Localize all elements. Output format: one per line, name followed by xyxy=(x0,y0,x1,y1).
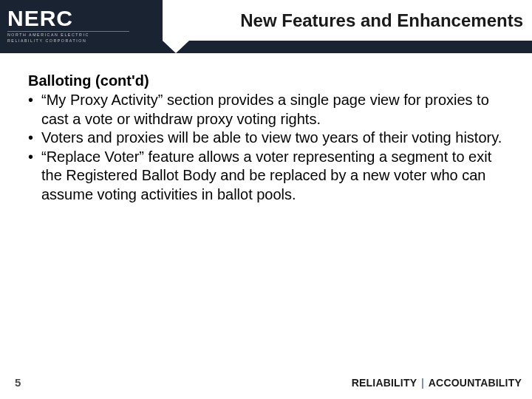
bullet-text: Voters and proxies will be able to view … xyxy=(41,129,508,148)
logo-tagline-1: NORTH AMERICAN ELECTRIC xyxy=(7,33,129,38)
footer-left: RELIABILITY xyxy=(352,377,417,389)
bullet-marker: • xyxy=(28,129,41,148)
page-number: 5 xyxy=(15,376,21,389)
footer-separator: | xyxy=(420,377,426,389)
title-notch xyxy=(163,41,189,53)
bullet-item: • Voters and proxies will be able to vie… xyxy=(28,129,508,148)
footer-right: ACCOUNTABILITY xyxy=(429,377,522,389)
bullet-item: • “Replace Voter” feature allows a voter… xyxy=(28,148,508,205)
bullet-text: “My Proxy Activity” section provides a s… xyxy=(41,91,508,129)
logo-name: NERC xyxy=(7,6,73,30)
bullet-list: • “My Proxy Activity” section provides a… xyxy=(28,91,508,205)
slide-title: New Features and Enhancements xyxy=(240,10,523,31)
logo: NERC NORTH AMERICAN ELECTRIC RELIABILITY… xyxy=(7,7,129,43)
logo-rule xyxy=(7,31,129,32)
bullet-text: “Replace Voter” feature allows a voter r… xyxy=(41,148,508,205)
bullet-marker: • xyxy=(28,91,41,129)
logo-tagline-2: RELIABILITY CORPORATION xyxy=(7,39,129,44)
content-area: Balloting (cont'd) • “My Proxy Activity”… xyxy=(28,72,508,205)
bullet-marker: • xyxy=(28,148,41,205)
section-heading: Balloting (cont'd) xyxy=(28,72,508,89)
footer-tagline: RELIABILITY | ACCOUNTABILITY xyxy=(352,377,522,389)
title-wrap: New Features and Enhancements xyxy=(163,0,532,41)
bullet-item: • “My Proxy Activity” section provides a… xyxy=(28,91,508,129)
logo-text: NERC xyxy=(7,7,129,30)
